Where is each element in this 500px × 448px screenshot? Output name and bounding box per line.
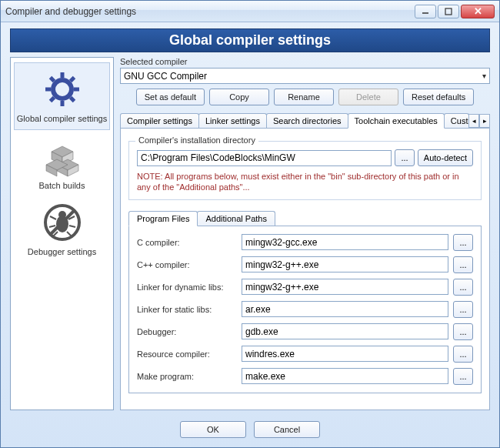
sidebar-item-debugger[interactable]: Debugger settings: [14, 196, 110, 262]
field-label: C++ compiler:: [137, 260, 237, 269]
tab-scroll-left[interactable]: ◂: [468, 114, 479, 128]
content-panel: Selected compiler GNU GCC Compiler Set a…: [120, 57, 490, 410]
field-label: Debugger:: [137, 327, 237, 336]
svg-line-7: [50, 78, 54, 82]
field-label: C compiler:: [137, 238, 237, 247]
c-compiler-input[interactable]: mingw32-gcc.exe: [242, 234, 448, 250]
field-c-compiler: C compiler: mingw32-gcc.exe ...: [137, 234, 473, 251]
inner-tab-program-files[interactable]: Program Files: [128, 211, 198, 226]
tab-scroll-arrows: ◂ ▸: [468, 114, 490, 128]
linker-dynamic-input[interactable]: mingw32-g++.exe: [242, 279, 448, 295]
minimize-icon: [422, 8, 429, 15]
svg-line-25: [49, 226, 55, 227]
tab-linker-settings[interactable]: Linker settings: [198, 113, 267, 128]
svg-line-10: [70, 78, 74, 82]
svg-line-26: [69, 226, 75, 227]
browse-cpp-compiler[interactable]: ...: [453, 256, 473, 273]
chevron-left-icon: ◂: [472, 117, 476, 125]
selected-compiler-value: GNU GCC Compiler: [124, 71, 207, 82]
program-files-panel: C compiler: mingw32-gcc.exe ... C++ comp…: [128, 226, 482, 393]
browse-linker-static[interactable]: ...: [453, 301, 473, 318]
tab-toolchain-executables[interactable]: Toolchain executables: [348, 113, 445, 129]
field-cpp-compiler: C++ compiler: mingw32-g++.exe ...: [137, 256, 473, 273]
debugger-input[interactable]: gdb.exe: [242, 323, 448, 339]
sidebar: Global compiler settings: [10, 57, 114, 410]
chevron-right-icon: ▸: [483, 117, 487, 125]
reset-defaults-button[interactable]: Reset defaults: [403, 89, 474, 105]
close-button[interactable]: ✕: [461, 5, 495, 18]
svg-line-28: [67, 232, 72, 236]
delete-button: Delete: [338, 89, 398, 105]
install-dir-title: Compiler's installation directory: [135, 135, 258, 145]
field-make-program: Make program: make.exe ...: [137, 368, 473, 385]
tab-search-directories[interactable]: Search directories: [266, 113, 348, 128]
sidebar-item-batch-builds[interactable]: Batch builds: [14, 130, 110, 196]
tab-scroll-right[interactable]: ▸: [479, 114, 490, 128]
inner-tab-additional-paths[interactable]: Additional Paths: [197, 211, 275, 226]
bricks-icon: [15, 133, 108, 179]
rename-button[interactable]: Rename: [274, 89, 334, 105]
main-tabs: Compiler settings Linker settings Search…: [120, 113, 490, 128]
selected-compiler-label: Selected compiler: [120, 57, 490, 66]
titlebar[interactable]: Compiler and debugger settings ✕: [1, 1, 499, 22]
browse-resource-compiler[interactable]: ...: [453, 346, 473, 363]
window-title: Compiler and debugger settings: [5, 6, 415, 17]
make-program-input[interactable]: make.exe: [242, 368, 448, 384]
ok-button[interactable]: OK: [180, 421, 246, 438]
field-label: Linker for dynamic libs:: [137, 283, 237, 292]
svg-point-22: [58, 211, 66, 219]
sidebar-item-label: Global compiler settings: [16, 114, 108, 123]
tab-compiler-settings[interactable]: Compiler settings: [120, 113, 199, 128]
minimize-button[interactable]: [415, 5, 436, 18]
svg-line-8: [70, 98, 74, 102]
field-debugger: Debugger: gdb.exe ...: [137, 323, 473, 340]
compiler-button-row: Set as default Copy Rename Delete Reset …: [120, 89, 490, 105]
browse-debugger[interactable]: ...: [453, 323, 473, 340]
selected-compiler-dropdown[interactable]: GNU GCC Compiler: [120, 68, 490, 84]
install-dir-input[interactable]: C:\Program Files\CodeBlocks\MinGW: [137, 150, 392, 166]
toolchain-inner-tabs: Program Files Additional Paths: [128, 211, 482, 226]
install-dir-row: C:\Program Files\CodeBlocks\MinGW ... Au…: [137, 149, 473, 166]
cpp-compiler-input[interactable]: mingw32-g++.exe: [242, 256, 448, 272]
main-area: Global compiler settings: [1, 57, 499, 415]
svg-rect-1: [445, 8, 452, 15]
install-dir-value: C:\Program Files\CodeBlocks\MinGW: [141, 152, 295, 163]
install-dir-note: NOTE: All programs below, must exist eit…: [137, 171, 473, 193]
copy-button[interactable]: Copy: [209, 89, 269, 105]
maximize-button[interactable]: [438, 5, 459, 18]
sidebar-item-label: Debugger settings: [15, 247, 108, 256]
no-bug-icon: [15, 199, 108, 246]
page-banner: Global compiler settings: [10, 28, 490, 52]
field-label: Make program:: [137, 372, 237, 381]
field-linker-static: Linker for static libs: ar.exe ...: [137, 301, 473, 318]
svg-line-23: [50, 216, 56, 219]
cancel-button[interactable]: Cancel: [254, 421, 320, 438]
sidebar-item-label: Batch builds: [15, 181, 108, 190]
field-linker-dynamic: Linker for dynamic libs: mingw32-g++.exe…: [137, 279, 473, 296]
field-label: Resource compiler:: [137, 349, 237, 359]
browse-make-program[interactable]: ...: [453, 368, 473, 385]
browse-linker-dynamic[interactable]: ...: [453, 279, 473, 296]
field-resource-compiler: Resource compiler: windres.exe ...: [137, 346, 473, 363]
svg-line-9: [50, 98, 54, 102]
close-icon: ✕: [474, 5, 482, 17]
toolchain-panel: Compiler's installation directory C:\Pro…: [120, 128, 490, 410]
tab-custom-vars[interactable]: Custom va: [444, 113, 469, 128]
field-label: Linker for static libs:: [137, 305, 237, 314]
window-buttons: ✕: [415, 5, 495, 18]
auto-detect-button[interactable]: Auto-detect: [418, 149, 473, 166]
browse-dir-button[interactable]: ...: [395, 149, 415, 166]
dialog-footer: OK Cancel: [1, 415, 499, 447]
resource-compiler-input[interactable]: windres.exe: [242, 346, 448, 362]
gear-icon: [16, 66, 108, 112]
sidebar-item-global-compiler[interactable]: Global compiler settings: [14, 62, 110, 130]
linker-static-input[interactable]: ar.exe: [242, 301, 448, 317]
browse-c-compiler[interactable]: ...: [453, 234, 473, 251]
maximize-icon: [445, 8, 452, 15]
set-default-button[interactable]: Set as default: [136, 89, 205, 105]
svg-point-11: [58, 85, 67, 94]
settings-window: Compiler and debugger settings ✕ Global …: [0, 0, 500, 448]
install-dir-groupbox: Compiler's installation directory C:\Pro…: [128, 141, 482, 200]
